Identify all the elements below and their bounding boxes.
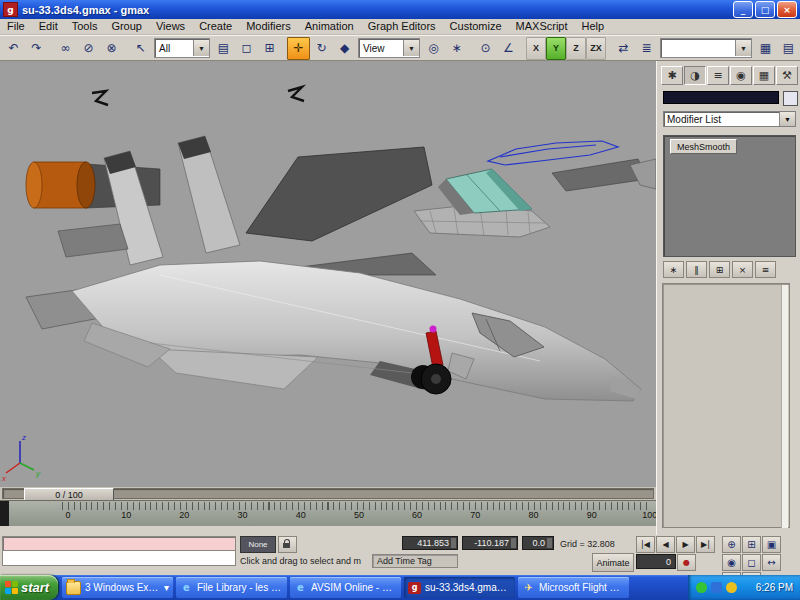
zoom-extents-all-icon[interactable]: ◉	[722, 554, 741, 571]
aircraft-fuselage[interactable]	[72, 261, 641, 401]
coordinate-y-field[interactable]: -110.187	[462, 536, 518, 550]
minimize-button[interactable]: _	[733, 1, 753, 18]
angle-snap-icon[interactable]: ∠	[497, 37, 520, 60]
region-zoom-icon[interactable]: ◻	[742, 554, 761, 571]
menu-tools[interactable]: Tools	[65, 19, 105, 34]
menu-edit[interactable]: Edit	[32, 19, 65, 34]
object-name-field[interactable]	[663, 91, 779, 104]
select-and-rotate-icon[interactable]: ↻	[310, 37, 333, 60]
undo-icon[interactable]: ↶	[2, 37, 25, 60]
tab-motion-icon[interactable]: ◉	[730, 66, 752, 85]
spline-wireframe[interactable]	[488, 141, 618, 165]
select-and-move-icon[interactable]: ✛	[287, 37, 310, 60]
coordinate-x-field[interactable]: 411.853	[402, 536, 458, 550]
menu-maxscript[interactable]: MAXScript	[509, 19, 575, 34]
close-button[interactable]: ×	[777, 1, 797, 18]
menu-create[interactable]: Create	[192, 19, 239, 34]
task-avsim-online[interactable]: e AVSIM Online - Fligh...	[290, 577, 401, 598]
menu-customize[interactable]: Customize	[443, 19, 509, 34]
schematic-view-icon[interactable]: ▤	[777, 37, 800, 60]
modifier-list-dropdown[interactable]: Modifier List ▼	[663, 111, 796, 127]
go-to-end-icon[interactable]: ▶|	[696, 536, 715, 553]
menu-help[interactable]: Help	[575, 19, 612, 34]
axis-constraint-zx-button[interactable]: ZX	[586, 37, 606, 60]
animate-button[interactable]: Animate	[592, 553, 634, 572]
menu-views[interactable]: Views	[149, 19, 192, 34]
bind-to-spacewarp-icon[interactable]: ⊗	[100, 37, 123, 60]
show-end-result-icon[interactable]: ‖	[686, 261, 707, 278]
pan-icon[interactable]: ↔	[762, 554, 781, 571]
track-bar-ticks	[62, 502, 652, 510]
go-to-start-icon[interactable]: |◀	[636, 536, 655, 553]
named-selection-dropdown[interactable]: ▼	[660, 38, 752, 58]
selection-lock-icon[interactable]	[278, 536, 297, 553]
key-mode-icon[interactable]: ●	[677, 554, 696, 571]
rectangular-selection-icon[interactable]: ◻	[235, 37, 258, 60]
select-and-link-icon[interactable]: ∞	[54, 37, 77, 60]
menu-animation[interactable]: Animation	[298, 19, 361, 34]
modifier-stack-entry[interactable]: MeshSmooth	[670, 139, 737, 154]
play-animation-icon[interactable]: ▶	[676, 536, 695, 553]
selection-filter-dropdown[interactable]: All ▼	[154, 38, 210, 58]
axis-constraint-x-button[interactable]: X	[526, 37, 546, 60]
scene-marker-icons[interactable]	[92, 87, 304, 105]
task-file-library[interactable]: e File Library - les - M...	[176, 577, 287, 598]
current-frame-field[interactable]: 0	[636, 554, 676, 569]
perspective-viewport[interactable]: z x y	[0, 61, 656, 487]
task-windows-explorer[interactable]: 3 Windows Explorer ▾	[62, 577, 173, 598]
select-object-icon[interactable]: ↖	[129, 37, 152, 60]
unlink-selection-icon[interactable]: ⊘	[77, 37, 100, 60]
redo-icon[interactable]: ↷	[25, 37, 48, 60]
window-crossing-icon[interactable]: ⊞	[258, 37, 281, 60]
zoom-icon[interactable]: ⊕	[722, 536, 741, 553]
title-bar[interactable]: g su-33.3ds4.gmax - gmax _ □ ×	[0, 0, 800, 19]
menu-graph-editors[interactable]: Graph Editors	[361, 19, 443, 34]
rollout-scrollbar[interactable]	[781, 285, 788, 528]
previous-frame-icon[interactable]: ◀	[656, 536, 675, 553]
reference-coordinate-dropdown[interactable]: View ▼	[358, 38, 420, 58]
menu-file[interactable]: File	[0, 19, 32, 34]
zoom-extents-icon[interactable]: ▣	[762, 536, 781, 553]
detached-cockpit-section[interactable]	[414, 169, 550, 237]
track-view-icon[interactable]: ▦	[754, 37, 777, 60]
zoom-all-icon[interactable]: ⊞	[742, 536, 761, 553]
chevron-down-icon: ▼	[735, 40, 751, 56]
mirror-icon[interactable]: ⇄	[612, 37, 635, 60]
tab-hierarchy-icon[interactable]: ≡	[707, 66, 729, 85]
tray-network-icon[interactable]	[711, 582, 722, 593]
task-flight-simulator[interactable]: ✈ Microsoft Flight Simul...	[518, 577, 629, 598]
align-icon[interactable]: ≣	[635, 37, 658, 60]
axis-constraint-y-button[interactable]: Y	[546, 37, 566, 60]
axis-constraint-z-button[interactable]: Z	[566, 37, 586, 60]
maxscript-listener-white[interactable]	[2, 551, 236, 566]
tab-create-icon[interactable]: ✱	[661, 66, 683, 85]
coordinate-z-field[interactable]: 0.0	[522, 536, 554, 550]
menu-group[interactable]: Group	[104, 19, 149, 34]
modifier-stack[interactable]: MeshSmooth	[663, 135, 796, 257]
menu-bar: File Edit Tools Group Views Create Modif…	[0, 19, 800, 35]
track-bar[interactable]: 0 10 20 30 40 50 60 70 80 90 100	[0, 500, 656, 526]
tab-utilities-icon[interactable]: ⚒	[776, 66, 798, 85]
tab-display-icon[interactable]: ▦	[753, 66, 775, 85]
make-unique-icon[interactable]: ⊞	[709, 261, 730, 278]
selection-set-field[interactable]: None	[240, 536, 276, 553]
remove-modifier-icon[interactable]: ×	[732, 261, 753, 278]
object-color-swatch[interactable]	[783, 91, 798, 106]
maximize-button[interactable]: □	[755, 1, 775, 18]
select-by-name-icon[interactable]: ▤	[212, 37, 235, 60]
tray-messenger-icon[interactable]	[696, 582, 707, 593]
select-and-manipulate-icon[interactable]: ∗	[445, 37, 468, 60]
task-gmax-active[interactable]: g su-33.3ds4.gmax - g...	[404, 577, 515, 598]
add-time-tag-field[interactable]: Add Time Tag	[372, 554, 458, 568]
configure-stack-icon[interactable]: ≡	[755, 261, 776, 278]
start-button[interactable]: start	[0, 575, 58, 600]
pin-stack-icon[interactable]: ∗	[663, 261, 684, 278]
select-and-scale-icon[interactable]: ◆	[333, 37, 356, 60]
menu-modifiers[interactable]: Modifiers	[239, 19, 298, 34]
maxscript-listener-pink[interactable]	[2, 536, 236, 551]
viewport-canvas[interactable]: z x y	[0, 61, 656, 487]
tray-volume-icon[interactable]	[726, 582, 737, 593]
use-pivot-center-icon[interactable]: ◎	[422, 37, 445, 60]
snap-toggle-icon[interactable]: ⊙	[474, 37, 497, 60]
tab-modify-icon[interactable]: ◑	[684, 66, 706, 85]
